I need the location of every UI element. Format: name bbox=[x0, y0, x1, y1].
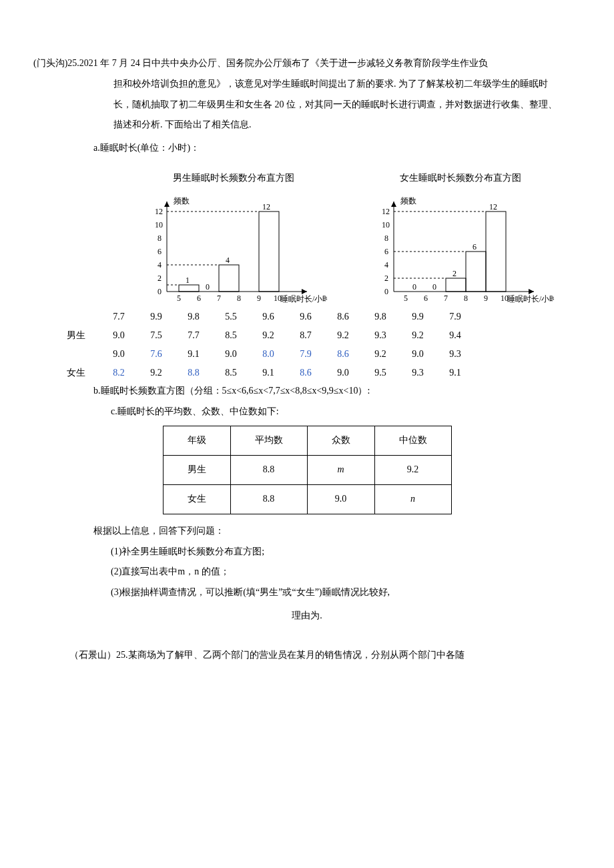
th-median: 中位数 bbox=[374, 426, 451, 456]
td: 9.2 bbox=[374, 456, 451, 485]
sub-question-3: (3)根据抽样调查情况，可以推断(填“男生”或“女生”)睡眠情况比较好, bbox=[33, 582, 581, 603]
tick: 8 bbox=[158, 234, 162, 243]
tick: 10 bbox=[382, 220, 390, 230]
boys-row-label: 男生 bbox=[67, 326, 100, 345]
data-cell: 9.1 bbox=[436, 364, 474, 382]
data-cell: 5.5 bbox=[212, 308, 250, 326]
data-cell: 8.6 bbox=[324, 345, 362, 364]
xlabel: 睡眠时长/小时 bbox=[280, 294, 327, 304]
table-row: 女生 8.8 9.0 n bbox=[163, 484, 451, 514]
data-cell: 7.9 bbox=[287, 345, 324, 364]
tick: 6 bbox=[424, 294, 428, 303]
data-cell: 9.2 bbox=[324, 326, 362, 345]
girls-row-label: 女生 bbox=[67, 364, 100, 382]
data-cell: 9.8 bbox=[362, 308, 399, 326]
data-cell: 9.0 bbox=[100, 326, 137, 345]
th-mean: 平均数 bbox=[230, 426, 307, 456]
data-cell: 9.2 bbox=[362, 345, 399, 364]
reason-line: 理由为. bbox=[33, 606, 581, 626]
tick: 7 bbox=[444, 294, 448, 303]
tick: 8 bbox=[464, 294, 468, 303]
svg-rect-18 bbox=[486, 211, 506, 292]
data-cell: 9.9 bbox=[137, 308, 175, 326]
bar-label: 2 bbox=[452, 269, 456, 278]
svg-rect-4 bbox=[179, 285, 199, 292]
data-cell: 8.7 bbox=[287, 326, 324, 345]
data-cell: 7.7 bbox=[100, 308, 137, 326]
tick: 12 bbox=[382, 207, 390, 216]
charts-row: 男生睡眠时长频数分布直方图 频数 睡眠时长/小时 0 2 4 6 8 10 12… bbox=[140, 168, 554, 305]
data-cell: 8.2 bbox=[100, 364, 137, 382]
tick: 6 bbox=[158, 247, 162, 256]
data-cell: 9.3 bbox=[436, 345, 474, 364]
tick: 9 bbox=[257, 294, 261, 303]
tick: 7 bbox=[217, 294, 221, 303]
svg-marker-3 bbox=[164, 201, 170, 207]
tick: 10 bbox=[501, 294, 509, 303]
svg-rect-8 bbox=[259, 211, 279, 292]
question-25-shijingshan: （石景山）25.某商场为了解甲、乙两个部门的营业员在某月的销售情况，分别从两个部… bbox=[33, 645, 581, 666]
th-mode: 众数 bbox=[307, 426, 374, 456]
tick: 8 bbox=[384, 234, 388, 243]
followup-prompt: 根据以上信息，回答下列问题： bbox=[33, 521, 581, 542]
tick: 10 bbox=[155, 220, 163, 230]
section-c-label: c.睡眠时长的平均数、众数、中位数如下: bbox=[33, 402, 581, 422]
xlabel: 睡眠时长/小时 bbox=[507, 294, 554, 304]
svg-marker-13 bbox=[391, 201, 396, 207]
boys-chart-title: 男生睡眠时长频数分布直方图 bbox=[173, 168, 294, 189]
section-b-label: b.睡眠时长频数直方图（分组：5≤x<6,6≤x<7,7≤x<8,8≤x<9,9… bbox=[33, 381, 581, 402]
data-cell: 8.0 bbox=[250, 345, 287, 364]
bar-label: 12 bbox=[262, 202, 270, 211]
tick: 0 bbox=[158, 287, 162, 296]
tick: 0 bbox=[384, 287, 388, 296]
data-cell: 9.1 bbox=[175, 345, 212, 364]
data-cell: 9.3 bbox=[362, 326, 399, 345]
q1-para-l2: 担和校外培训负担的意见》，该意见对学生睡眠时间提出了新的要求. 为了了解某校初二… bbox=[33, 74, 581, 95]
data-cell: 9.9 bbox=[399, 308, 436, 326]
sub-question-1: (1)补全男生睡眠时长频数分布直方图; bbox=[33, 542, 581, 562]
tick: 12 bbox=[155, 207, 163, 216]
svg-rect-16 bbox=[466, 252, 486, 292]
table-row: 年级 平均数 众数 中位数 bbox=[163, 426, 451, 456]
bar-label: 0 bbox=[432, 282, 436, 292]
bar-label: 4 bbox=[226, 256, 230, 265]
tick: 5 bbox=[404, 294, 408, 303]
data-cell: 9.0 bbox=[399, 345, 436, 364]
td: 男生 bbox=[163, 456, 230, 485]
q1-para-l3: 长，随机抽取了初二年级男生和女生各 20 位，对其同一天的睡眠时长进行调查，并对… bbox=[33, 95, 581, 115]
bar-label: 12 bbox=[489, 202, 497, 211]
data-cell: 9.2 bbox=[250, 326, 287, 345]
tick: 2 bbox=[384, 274, 388, 283]
boys-chart-block: 男生睡眠时长频数分布直方图 频数 睡眠时长/小时 0 2 4 6 8 10 12… bbox=[140, 168, 327, 305]
q1-para-l4: 描述和分析. 下面给出了相关信息. bbox=[33, 115, 581, 135]
boys-histogram: 频数 睡眠时长/小时 0 2 4 6 8 10 12 5 6 7 8 9 10 bbox=[140, 191, 327, 305]
blank-cell bbox=[67, 345, 100, 364]
svg-rect-6 bbox=[219, 265, 239, 292]
td: 8.8 bbox=[230, 484, 307, 514]
section-a-label: a.睡眠时长(单位：小时)： bbox=[33, 138, 581, 159]
bar-label: 1 bbox=[186, 276, 190, 285]
tick: 5 bbox=[177, 294, 181, 303]
data-cell: 9.6 bbox=[250, 308, 287, 326]
svg-rect-14 bbox=[446, 278, 466, 292]
raw-data-grid: 7.7 9.9 9.8 5.5 9.6 9.6 8.6 9.8 9.9 7.9 … bbox=[67, 308, 581, 382]
blank-cell bbox=[67, 308, 100, 326]
data-cell: 9.1 bbox=[250, 364, 287, 382]
q1-para-l1: 2021 年 7 月 24 日中共中央办公厅、国务院办公厅颁布了《关于进一步减轻… bbox=[79, 58, 489, 68]
svg-marker-11 bbox=[529, 289, 534, 294]
data-cell: 8.5 bbox=[212, 364, 250, 382]
data-cell: 8.6 bbox=[287, 364, 324, 382]
q1-prefix: (门头沟)25. bbox=[33, 58, 79, 68]
data-cell: 7.6 bbox=[137, 345, 175, 364]
ylabel: 频数 bbox=[174, 196, 190, 205]
td: 女生 bbox=[163, 484, 230, 514]
girls-chart-block: 女生睡眠时长频数分布直方图 频数 睡眠时长/小时 0 2 4 6 8 10 12… bbox=[367, 168, 554, 305]
data-cell: 9.2 bbox=[399, 326, 436, 345]
ylabel: 频数 bbox=[400, 196, 416, 205]
tick: 10 bbox=[274, 294, 282, 303]
q1-line1: (门头沟)25.2021 年 7 月 24 日中共中央办公厅、国务院办公厅颁布了… bbox=[33, 53, 581, 74]
tick: 9 bbox=[484, 294, 488, 303]
girls-chart-title: 女生睡眠时长频数分布直方图 bbox=[400, 168, 521, 189]
data-cell: 9.0 bbox=[100, 345, 137, 364]
data-cell: 7.5 bbox=[137, 326, 175, 345]
